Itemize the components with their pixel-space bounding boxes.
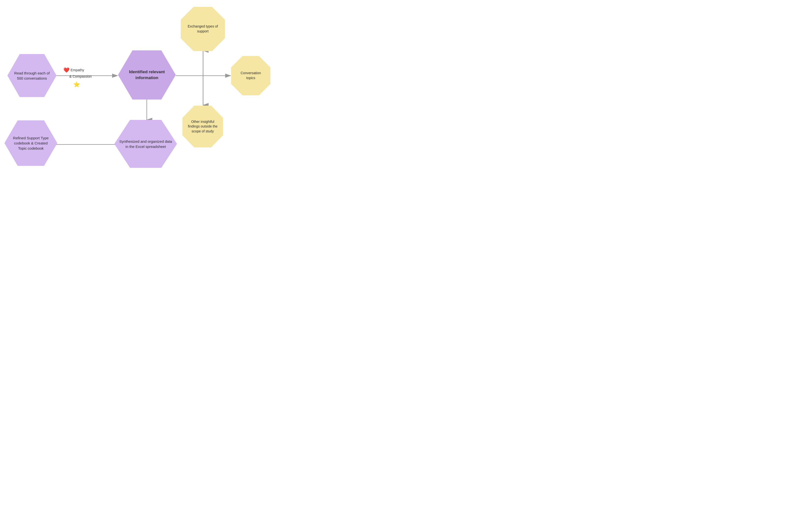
empathy-label: ❤️ Empathy & Compassion ⭐ [63,66,92,88]
compassion-text: & Compassion [69,74,92,79]
conversation-topics-node: Conversation topics [231,56,270,95]
synthesized-node: Synthesized and organized data in the Ex… [114,120,177,168]
read-conversations-node: Read through each of 500 conversations [7,54,57,97]
synthesized-label: Synthesized and organized data in the Ex… [119,139,172,149]
other-findings-label: Other insightful findings outside the sc… [187,119,218,134]
diagram-container: Read through each of 500 conversations ❤… [0,0,270,172]
heart-icon: ❤️ [63,66,69,74]
read-conversations-label: Read through each of 500 conversations [12,70,52,81]
refined-node: Refined Support Type codebook & Created … [4,120,57,166]
exchanged-node: Exchanged types of support [181,7,225,51]
other-findings-node: Other insightful findings outside the sc… [182,105,223,147]
conversation-topics-label: Conversation topics [236,71,265,80]
empathy-text: Empathy [70,67,84,73]
identified-info-node: Identified relevant information [118,50,176,99]
star-icon: ⭐ [73,81,80,88]
exchanged-label: Exchanged types of support [185,24,220,34]
identified-info-label: Identified relevant information [123,69,171,81]
refined-label: Refined Support Type codebook & Created … [9,135,52,151]
